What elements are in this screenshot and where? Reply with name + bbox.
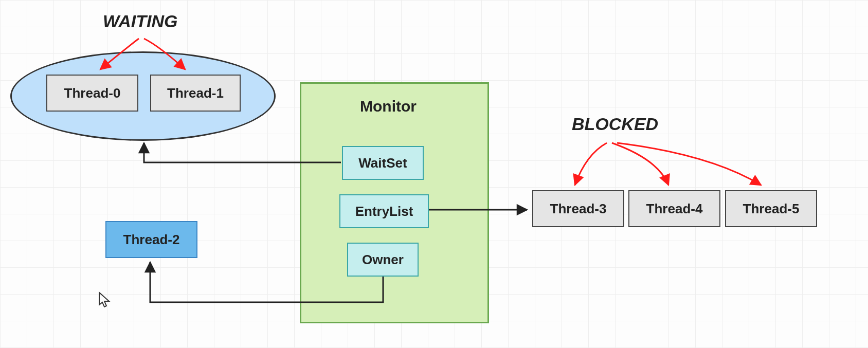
owner-box: Owner xyxy=(347,243,419,277)
waiting-title: WAITING xyxy=(103,11,177,31)
thread-2-box: Thread-2 xyxy=(105,221,197,258)
blocked-title: BLOCKED xyxy=(572,114,658,134)
thread-0-box: Thread-0 xyxy=(46,75,138,112)
waitset-box: WaitSet xyxy=(342,146,424,180)
thread-3-box: Thread-3 xyxy=(532,190,624,227)
cursor-icon xyxy=(98,291,112,310)
thread-1-box: Thread-1 xyxy=(150,75,241,112)
entrylist-box: EntryList xyxy=(339,194,429,228)
monitor-title: Monitor xyxy=(360,98,417,115)
thread-4-box: Thread-4 xyxy=(628,190,720,227)
thread-5-box: Thread-5 xyxy=(725,190,817,227)
